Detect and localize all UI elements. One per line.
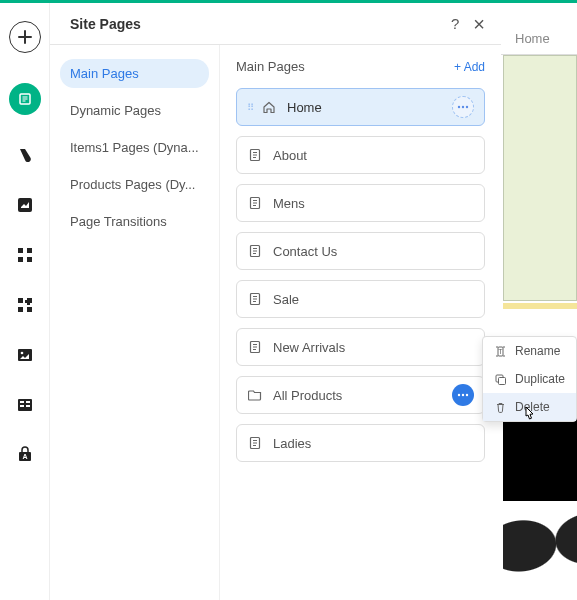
context-menu-delete[interactable]: Delete [483, 393, 576, 421]
page-icon [247, 291, 263, 307]
svg-rect-3 [27, 248, 32, 253]
rename-icon: T [493, 344, 507, 358]
folder-icon [247, 387, 263, 403]
page-icon [247, 195, 263, 211]
page-row-label: Ladies [273, 436, 311, 451]
store-icon[interactable]: A [15, 445, 35, 465]
svg-point-27 [462, 394, 464, 396]
close-button[interactable]: × [473, 17, 485, 31]
page-row[interactable]: ⠿Contact Us [236, 232, 485, 270]
pages-panel-button[interactable] [9, 83, 41, 115]
page-row-label: All Products [273, 388, 342, 403]
page-more-button[interactable] [452, 96, 474, 118]
page-row[interactable]: ⠿Sale [236, 280, 485, 318]
help-button[interactable]: ? [451, 15, 459, 32]
page-row-label: New Arrivals [273, 340, 345, 355]
page-row[interactable]: ⠿About [236, 136, 485, 174]
category-item[interactable]: Products Pages (Dy... [60, 170, 209, 199]
svg-text:T: T [498, 348, 503, 355]
page-row[interactable]: ⠿Home [236, 88, 485, 126]
apps-grid-icon[interactable] [15, 245, 35, 265]
svg-rect-13 [26, 401, 30, 403]
svg-point-20 [466, 106, 468, 108]
pages-list: ⠿Home⠿About⠿Mens⠿Contact Us⠿Sale⠿New Arr… [236, 88, 485, 462]
add-element-button[interactable] [9, 21, 41, 53]
data-icon[interactable] [15, 395, 35, 415]
panel-title: Site Pages [70, 16, 141, 32]
context-menu-rename[interactable]: TRename [483, 337, 576, 365]
svg-rect-15 [26, 405, 30, 407]
add-page-button[interactable]: + Add [454, 60, 485, 74]
preview-section-strip [503, 303, 577, 309]
context-menu-label: Rename [515, 344, 560, 358]
context-menu-label: Delete [515, 400, 550, 414]
svg-text:A: A [22, 453, 27, 460]
page-row[interactable]: ⠿Mens [236, 184, 485, 222]
svg-rect-9 [18, 349, 32, 361]
panel-header: Site Pages ? × [50, 3, 501, 45]
page-icon [247, 243, 263, 259]
svg-point-18 [458, 106, 460, 108]
page-icon [247, 339, 263, 355]
page-icon [247, 147, 263, 163]
svg-rect-14 [20, 405, 24, 407]
page-row-label: Sale [273, 292, 299, 307]
page-row-label: Home [287, 100, 322, 115]
site-pages-panel: Site Pages ? × Main PagesDynamic PagesIt… [50, 3, 501, 600]
svg-point-19 [462, 106, 464, 108]
image-icon[interactable] [15, 345, 35, 365]
page-context-menu: TRenameDuplicateDelete [482, 336, 577, 422]
page-row[interactable]: ⠿Ladies [236, 424, 485, 462]
page-categories: Main PagesDynamic PagesItems1 Pages (Dyn… [50, 45, 220, 600]
svg-rect-8 [27, 307, 32, 312]
home-icon [261, 99, 277, 115]
drag-handle-icon[interactable]: ⠿ [247, 102, 257, 113]
category-item[interactable]: Items1 Pages (Dyna... [60, 133, 209, 162]
design-icon[interactable] [15, 145, 35, 165]
delete-icon [493, 400, 507, 414]
page-icon [247, 435, 263, 451]
svg-rect-6 [18, 298, 23, 303]
svg-rect-5 [27, 257, 32, 262]
svg-rect-33 [498, 377, 505, 384]
category-item[interactable]: Dynamic Pages [60, 96, 209, 125]
svg-rect-4 [18, 257, 23, 262]
context-menu-duplicate[interactable]: Duplicate [483, 365, 576, 393]
page-row[interactable]: ⠿New Arrivals [236, 328, 485, 366]
svg-point-10 [20, 352, 23, 355]
apps-puzzle-icon[interactable] [15, 295, 35, 315]
preview-section-hero [503, 55, 577, 301]
preview-tab-home[interactable]: Home [501, 23, 577, 55]
svg-rect-12 [20, 401, 24, 403]
media-icon[interactable] [15, 195, 35, 215]
left-rail: A [0, 3, 50, 600]
svg-rect-7 [18, 307, 23, 312]
preview-tab-label: Home [515, 31, 550, 46]
page-row-label: About [273, 148, 307, 163]
pages-heading: Main Pages [236, 59, 305, 74]
category-item[interactable]: Page Transitions [60, 207, 209, 236]
duplicate-icon [493, 372, 507, 386]
category-item[interactable]: Main Pages [60, 59, 209, 88]
page-row[interactable]: ⠿All Products [236, 376, 485, 414]
page-row-label: Contact Us [273, 244, 337, 259]
page-row-label: Mens [273, 196, 305, 211]
preview-section-product [503, 501, 577, 600]
context-menu-label: Duplicate [515, 372, 565, 386]
pages-column: Main Pages + Add ⠿Home⠿About⠿Mens⠿Contac… [220, 45, 501, 600]
svg-point-28 [466, 394, 468, 396]
page-more-button[interactable] [452, 384, 474, 406]
svg-rect-2 [18, 248, 23, 253]
canvas-preview: Home [501, 3, 577, 600]
svg-point-26 [458, 394, 460, 396]
